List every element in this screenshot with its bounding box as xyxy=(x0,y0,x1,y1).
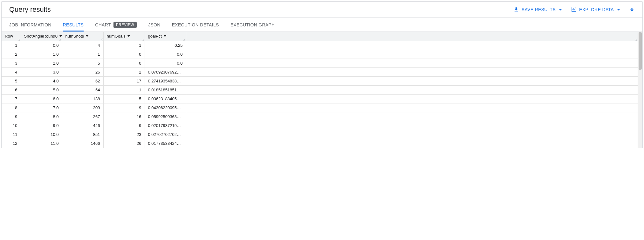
column-resize-handle[interactable] xyxy=(100,38,103,40)
column-resize-handle[interactable] xyxy=(634,38,637,40)
cell-goalPct: 0.020179372197… xyxy=(145,121,186,130)
cell-numGoals: 1 xyxy=(103,41,145,50)
cell-row: 2 xyxy=(2,50,21,59)
cell-spacer xyxy=(186,41,638,50)
cell-ShotAngleRound0: 4.0 xyxy=(21,76,62,85)
tab-job[interactable]: JOB INFORMATION xyxy=(9,18,51,32)
explore-data-button[interactable]: EXPLORE DATA xyxy=(571,7,620,12)
table-body: 10.0410.2521.0100.032.0500.043.02620.076… xyxy=(2,41,638,148)
save-results-button[interactable]: SAVE RESULTS xyxy=(513,7,562,12)
table-row[interactable]: 43.02620.076923076923… xyxy=(2,67,638,76)
table-row[interactable]: 87.020990.043062200956… xyxy=(2,103,638,112)
cell-spacer xyxy=(186,112,638,121)
table-row[interactable]: 65.05410.018518518518… xyxy=(2,85,638,94)
cell-numGoals: 17 xyxy=(103,76,145,85)
cell-numShots: 62 xyxy=(62,76,103,85)
tab-results[interactable]: RESULTS xyxy=(63,18,84,32)
table-row[interactable]: 10.0410.25 xyxy=(2,41,638,50)
results-table-scroll[interactable]: RowShotAngleRound0numShotsnumGoalsgoalPc… xyxy=(2,32,638,148)
column-header-numShots[interactable]: numShots xyxy=(62,32,103,41)
cell-ShotAngleRound0: 6.0 xyxy=(21,94,62,103)
cell-spacer xyxy=(186,130,638,139)
column-resize-handle[interactable] xyxy=(183,38,185,40)
cell-row: 4 xyxy=(2,67,21,76)
cell-numShots: 4 xyxy=(62,41,103,50)
cell-numShots: 446 xyxy=(62,121,103,130)
sort-caret-icon xyxy=(127,35,130,37)
query-results-panel: Query results SAVE RESULTS EXPLORE DATA … xyxy=(1,1,643,148)
expand-collapse-toggle[interactable] xyxy=(629,7,635,13)
table-row[interactable]: 98.0267160.059925093632… xyxy=(2,112,638,121)
cell-spacer xyxy=(186,121,638,130)
cell-ShotAngleRound0: 5.0 xyxy=(21,85,62,94)
table-row[interactable]: 54.062170.274193548387… xyxy=(2,76,638,85)
column-header-numGoals[interactable]: numGoals xyxy=(103,32,145,41)
cell-numShots: 138 xyxy=(62,94,103,103)
column-header-ShotAngleRound0[interactable]: ShotAngleRound0 xyxy=(21,32,62,41)
cell-goalPct: 0.0 xyxy=(145,59,186,67)
cell-ShotAngleRound0: 11.0 xyxy=(21,139,62,148)
tab-bar: JOB INFORMATIONRESULTSCHARTPREVIEWJSONEX… xyxy=(2,18,642,32)
column-resize-handle[interactable] xyxy=(59,38,61,40)
tab-json[interactable]: JSON xyxy=(148,18,161,32)
cell-numGoals: 1 xyxy=(103,85,145,94)
cell-numGoals: 0 xyxy=(103,59,145,67)
cell-row: 3 xyxy=(2,59,21,67)
table-row[interactable]: 109.044690.020179372197… xyxy=(2,121,638,130)
tab-label: JSON xyxy=(148,22,161,27)
cell-goalPct: 0.25 xyxy=(145,41,186,50)
table-row[interactable]: 1211.01466260.017735334242… xyxy=(2,139,638,148)
column-header-row[interactable]: Row xyxy=(2,32,21,41)
panel-header: Query results SAVE RESULTS EXPLORE DATA xyxy=(2,2,642,18)
cell-numShots: 209 xyxy=(62,103,103,112)
tab-execdetails[interactable]: EXECUTION DETAILS xyxy=(172,18,219,32)
column-resize-handle[interactable] xyxy=(17,38,20,40)
save-results-label: SAVE RESULTS xyxy=(522,7,556,12)
cell-numGoals: 5 xyxy=(103,94,145,103)
tab-execgraph[interactable]: EXECUTION GRAPH xyxy=(230,18,275,32)
cell-spacer xyxy=(186,67,638,76)
tab-label: EXECUTION GRAPH xyxy=(230,22,275,27)
cell-row: 12 xyxy=(2,139,21,148)
cell-spacer xyxy=(186,50,638,59)
explore-data-label: EXPLORE DATA xyxy=(579,7,614,12)
column-label: goalPct xyxy=(148,34,162,39)
cell-goalPct: 0.043062200956… xyxy=(145,103,186,112)
tab-label: CHART xyxy=(95,22,111,27)
table-row[interactable]: 76.013850.036231884057… xyxy=(2,94,638,103)
sort-caret-icon xyxy=(59,35,62,37)
chevron-up-icon xyxy=(630,8,634,10)
column-label: numGoals xyxy=(107,34,126,39)
table-row[interactable]: 21.0100.0 xyxy=(2,50,638,59)
cell-goalPct: 0.0 xyxy=(145,50,186,59)
cell-numGoals: 0 xyxy=(103,50,145,59)
column-resize-handle[interactable] xyxy=(141,38,144,40)
cell-numGoals: 9 xyxy=(103,121,145,130)
column-header-spacer xyxy=(186,32,638,41)
cell-spacer xyxy=(186,94,638,103)
cell-ShotAngleRound0: 7.0 xyxy=(21,103,62,112)
cell-spacer xyxy=(186,76,638,85)
sort-caret-icon xyxy=(164,35,166,37)
cell-row: 7 xyxy=(2,94,21,103)
cell-spacer xyxy=(186,139,638,148)
cell-numShots: 54 xyxy=(62,85,103,94)
cell-goalPct: 0.027027027027… xyxy=(145,130,186,139)
table-row[interactable]: 32.0500.0 xyxy=(2,59,638,67)
cell-row: 5 xyxy=(2,76,21,85)
cell-numGoals: 2 xyxy=(103,67,145,76)
scrollbar-thumb[interactable] xyxy=(639,32,642,70)
cell-goalPct: 0.018518518518… xyxy=(145,85,186,94)
tab-chart[interactable]: CHARTPREVIEW xyxy=(95,18,137,32)
column-header-goalPct[interactable]: goalPct xyxy=(145,32,186,41)
cell-numGoals: 23 xyxy=(103,130,145,139)
cell-numShots: 1466 xyxy=(62,139,103,148)
vertical-scrollbar[interactable] xyxy=(638,32,642,148)
dropdown-caret-icon xyxy=(617,9,620,11)
cell-goalPct: 0.036231884057… xyxy=(145,94,186,103)
table-row[interactable]: 1110.0851230.027027027027… xyxy=(2,130,638,139)
table-header-row: RowShotAngleRound0numShotsnumGoalsgoalPc… xyxy=(2,32,638,41)
cell-goalPct: 0.076923076923… xyxy=(145,67,186,76)
cell-row: 8 xyxy=(2,103,21,112)
cell-numGoals: 16 xyxy=(103,112,145,121)
